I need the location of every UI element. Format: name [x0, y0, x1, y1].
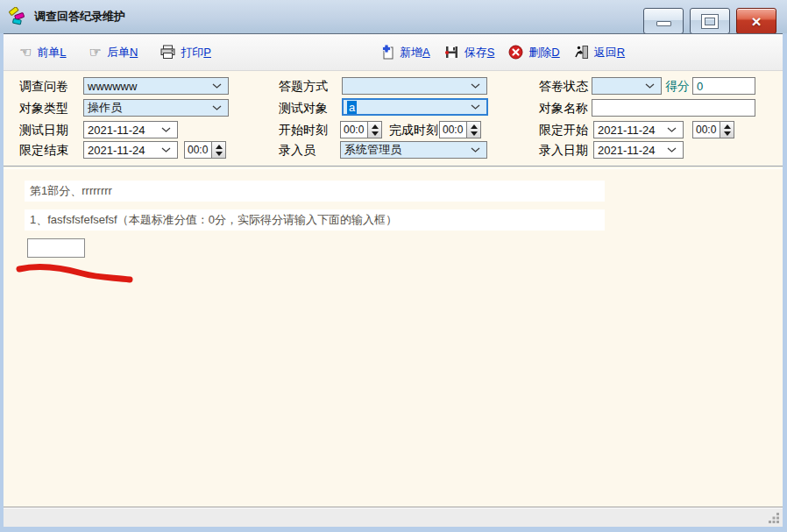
chevron-down-icon — [667, 127, 683, 133]
object-type-value: 操作员 — [84, 100, 212, 116]
survey-value: wwwwww — [84, 80, 212, 93]
answer-mode-label: 答题方式 — [279, 79, 328, 95]
close-button[interactable]: × — [736, 8, 776, 34]
entry-date-label: 录入日期 — [539, 143, 588, 159]
object-type-label: 对象类型 — [19, 101, 68, 117]
entry-date-picker[interactable]: 2021-11-24 — [593, 141, 684, 159]
minimize-button[interactable] — [643, 8, 684, 34]
chevron-down-icon — [212, 83, 228, 89]
survey-combobox[interactable]: wwwwww — [83, 77, 229, 95]
client-area: ☜ 前单L ☞ 后单N 打印P — [4, 33, 783, 527]
object-name-input[interactable] — [592, 99, 755, 117]
chevron-down-icon — [471, 83, 486, 89]
test-object-label: 测试对象 — [279, 101, 328, 117]
limit-start-time-spinner[interactable]: 00:0 — [692, 121, 734, 138]
test-date-picker[interactable]: 2021-11-24 — [83, 121, 178, 138]
spinner-arrows-icon[interactable] — [466, 122, 480, 138]
chevron-down-icon — [667, 147, 683, 153]
sheet-status-label: 答卷状态 — [539, 79, 588, 95]
test-object-value: a — [347, 101, 357, 114]
save-button[interactable]: 保存S — [444, 45, 495, 60]
maximize-button[interactable] — [690, 8, 730, 34]
entry-user-value: 系统管理员 — [341, 142, 471, 158]
maximize-icon — [702, 15, 718, 28]
finish-time-label: 完成时刻 — [389, 123, 438, 138]
red-scribble-annotation — [12, 260, 144, 291]
close-icon: × — [751, 13, 761, 30]
save-floppy-icon — [444, 45, 459, 60]
colored-pens-icon — [8, 7, 27, 26]
add-new-button[interactable]: 新增A — [379, 45, 430, 60]
object-name-label: 对象名称 — [539, 101, 588, 117]
toolbar: ☜ 前单L ☞ 后单N 打印P — [4, 34, 783, 71]
minimize-icon — [656, 21, 671, 26]
spinner-arrows-icon[interactable] — [367, 122, 381, 138]
new-document-icon — [379, 45, 394, 60]
window-controls: × — [643, 8, 776, 34]
titlebar[interactable]: 调查回答纪录维护 × — [0, 0, 787, 33]
previous-record-button[interactable]: ☜ 前单L — [19, 45, 67, 60]
spinner-arrows-icon[interactable] — [720, 122, 734, 138]
printer-icon — [160, 45, 175, 60]
chevron-down-icon — [161, 147, 177, 153]
chevron-down-icon — [471, 104, 486, 110]
app-window: 调查回答纪录维护 × ☜ 前单L ☞ 后单N — [0, 0, 787, 532]
form-content-divider — [4, 166, 783, 169]
delete-circle-icon — [508, 45, 523, 60]
finish-time-value: 00:0 — [440, 122, 466, 138]
next-record-button[interactable]: ☞ 后单N — [89, 45, 138, 60]
entry-user-label: 录入员 — [279, 143, 316, 159]
hand-point-left-icon: ☜ — [19, 46, 32, 60]
resize-grip[interactable] — [768, 512, 780, 524]
print-button[interactable]: 打印P — [160, 45, 211, 60]
window-title: 调查回答纪录维护 — [34, 9, 125, 25]
return-button[interactable]: 返回R — [574, 45, 625, 60]
limit-start-time-value: 00:0 — [693, 122, 720, 138]
spinner-arrows-icon[interactable] — [211, 142, 225, 158]
limit-end-label: 限定结束 — [19, 143, 68, 159]
delete-button[interactable]: 删除D — [508, 45, 559, 60]
chevron-down-icon — [645, 83, 661, 89]
entry-date-value: 2021-11-24 — [594, 144, 667, 157]
start-time-value: 00:0 — [341, 122, 367, 138]
exit-door-icon — [574, 45, 589, 60]
answer-input[interactable] — [27, 238, 85, 258]
limit-start-date-picker[interactable]: 2021-11-24 — [593, 121, 684, 138]
chevron-down-icon — [212, 105, 228, 111]
answer-mode-combobox[interactable] — [342, 77, 487, 95]
object-type-combobox[interactable]: 操作员 — [83, 99, 229, 117]
section-title-row: 第1部分、rrrrrrrr — [25, 181, 605, 202]
start-time-spinner[interactable]: 00:0 — [340, 121, 382, 138]
limit-end-date-value: 2021-11-24 — [84, 144, 161, 157]
toolbar-left-group: ☜ 前单L ☞ 后单N 打印P — [19, 45, 211, 60]
test-date-value: 2021-11-24 — [84, 124, 161, 137]
toolbar-right-group: 新增A 保存S 删 — [379, 34, 625, 70]
limit-start-date-value: 2021-11-24 — [594, 124, 667, 137]
score-input[interactable]: 0 — [692, 77, 755, 95]
test-object-combobox[interactable]: a — [342, 98, 488, 116]
limit-end-date-picker[interactable]: 2021-11-24 — [83, 141, 178, 159]
status-bar — [4, 507, 783, 527]
finish-time-spinner[interactable]: 00:0 — [439, 121, 481, 138]
start-time-label: 开始时刻 — [279, 123, 328, 138]
chevron-down-icon — [161, 127, 177, 133]
chevron-down-icon — [471, 147, 486, 153]
question-row: 1、fasfsfsfefsefsf（本题标准分值：0分，实际得分请输入下面的输入… — [25, 209, 605, 231]
survey-label: 调查问卷 — [19, 79, 68, 95]
score-label: 得分 — [665, 79, 690, 95]
hand-point-right-icon: ☞ — [89, 46, 102, 60]
sheet-status-combobox[interactable] — [592, 77, 662, 95]
limit-end-time-spinner[interactable]: 00:0 — [184, 141, 226, 159]
test-date-label: 测试日期 — [19, 123, 68, 138]
limit-start-label: 限定开始 — [539, 123, 588, 138]
limit-end-time-value: 00:0 — [185, 142, 211, 158]
entry-user-combobox[interactable]: 系统管理员 — [340, 141, 487, 159]
